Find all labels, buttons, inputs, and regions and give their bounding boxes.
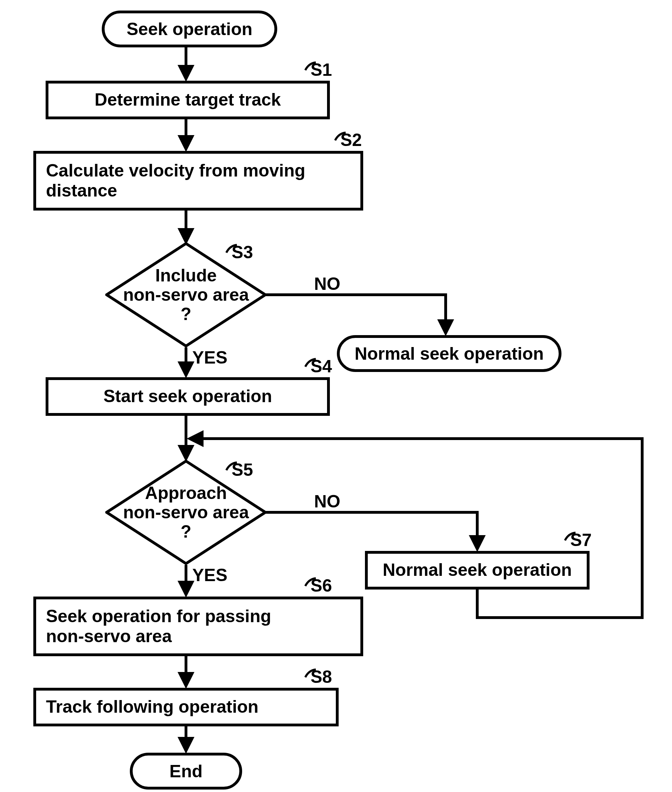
- label-s5-yes: YES: [192, 565, 227, 585]
- label-s7: S7: [570, 530, 592, 550]
- end-terminator: End: [130, 753, 242, 790]
- process-s7-text: Normal seek operation: [382, 560, 572, 581]
- decision-s5-text: Approach non-servo area ?: [105, 483, 267, 541]
- normal-seek-terminator-text: Normal seek operation: [354, 344, 544, 364]
- process-s2: Calculate velocity from moving distance: [34, 151, 363, 211]
- label-s5-no: NO: [314, 491, 341, 512]
- label-s2: S2: [341, 130, 362, 150]
- process-s8: Track following operation: [34, 688, 339, 726]
- normal-seek-terminator: Normal seek operation: [337, 335, 562, 372]
- label-s3-no: NO: [314, 274, 341, 294]
- process-s7: Normal seek operation: [365, 551, 590, 590]
- label-s8: S8: [310, 667, 332, 687]
- label-s4: S4: [310, 356, 332, 376]
- label-s1: S1: [310, 60, 332, 80]
- start-terminator: Seek operation: [102, 11, 277, 47]
- start-text: Seek operation: [127, 19, 252, 39]
- decision-s3-text: Include non-servo area ?: [105, 266, 267, 324]
- end-text: End: [170, 761, 203, 781]
- label-s3: S3: [232, 242, 253, 262]
- process-s6: Seek operation for passing non-servo are…: [34, 597, 363, 656]
- process-s4-text: Start seek operation: [104, 386, 272, 407]
- process-s6-text: Seek operation for passing non-servo are…: [46, 606, 271, 647]
- flowchart-canvas: Seek operation Determine target track S1…: [0, 0, 672, 792]
- process-s2-text: Calculate velocity from moving distance: [46, 161, 305, 201]
- process-s4: Start seek operation: [46, 377, 330, 416]
- process-s1-text: Determine target track: [95, 90, 281, 110]
- label-s5: S5: [232, 460, 253, 480]
- label-s3-yes: YES: [192, 347, 227, 368]
- label-s6: S6: [310, 576, 332, 596]
- process-s1: Determine target track: [46, 81, 330, 119]
- process-s8-text: Track following operation: [46, 697, 259, 717]
